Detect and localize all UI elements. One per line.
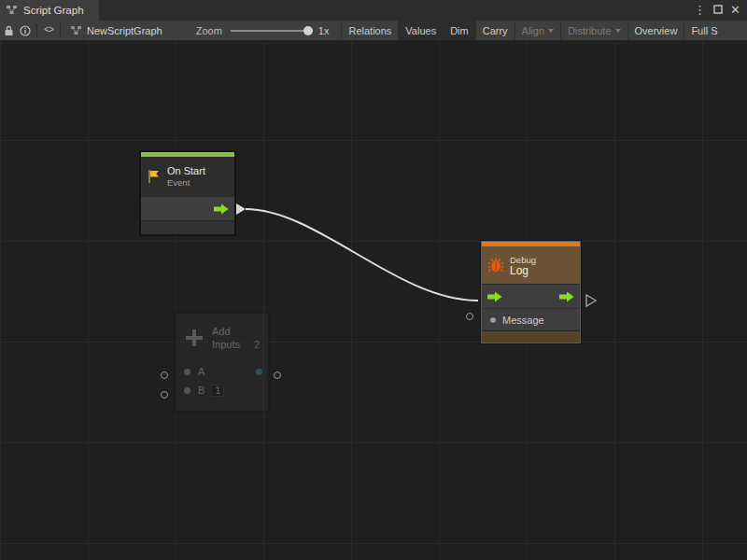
inputs-count[interactable]: 2 bbox=[254, 339, 260, 350]
node-title-line1: Add bbox=[212, 325, 260, 338]
plus-icon bbox=[184, 328, 204, 348]
value-port-dot[interactable] bbox=[184, 369, 190, 375]
zoom-slider-track bbox=[231, 30, 313, 32]
dim-button[interactable]: Dim bbox=[443, 21, 475, 40]
window-menu-button[interactable]: ⋮ bbox=[694, 0, 706, 21]
connection-start-arrow-icon[interactable] bbox=[236, 203, 246, 215]
info-icon bbox=[20, 25, 31, 36]
graph-name: NewScriptGraph bbox=[87, 25, 162, 36]
node-footer bbox=[482, 330, 580, 343]
zoom-slider-thumb[interactable] bbox=[303, 26, 313, 35]
values-button[interactable]: Values bbox=[398, 21, 443, 40]
lock-icon bbox=[4, 25, 14, 36]
fullscreen-button[interactable]: Full S bbox=[684, 21, 724, 40]
node-title: On Start bbox=[167, 165, 205, 177]
flow-input-port[interactable] bbox=[487, 291, 502, 302]
maximize-icon bbox=[713, 5, 723, 14]
relations-button[interactable]: Relations bbox=[341, 21, 398, 40]
value-port-dot[interactable] bbox=[490, 317, 496, 323]
message-port-label: Message bbox=[502, 315, 544, 326]
carry-button[interactable]: Carry bbox=[475, 21, 514, 40]
message-input-port-circle[interactable] bbox=[466, 313, 473, 320]
graph-canvas[interactable]: On Start Event bbox=[0, 41, 747, 560]
node-title: Log bbox=[510, 266, 536, 276]
connections-layer bbox=[0, 41, 747, 560]
toolbar: <> NewScriptGraph Zoom 1x Relations Valu… bbox=[0, 21, 747, 41]
align-button[interactable]: Align bbox=[514, 21, 560, 40]
output-port-dot[interactable] bbox=[256, 369, 262, 375]
overview-button[interactable]: Overview bbox=[627, 21, 684, 40]
info-button[interactable] bbox=[17, 21, 34, 40]
bug-icon bbox=[487, 257, 504, 273]
dropdown-caret-icon bbox=[615, 29, 621, 33]
zoom-label: Zoom bbox=[196, 25, 222, 36]
port-a-outer-circle[interactable] bbox=[161, 371, 168, 379]
zoom-value: 1x bbox=[318, 25, 330, 36]
code-view-button[interactable]: <> bbox=[40, 21, 57, 40]
lock-button[interactable] bbox=[0, 21, 17, 40]
script-graph-window: Script Graph ⋮ ✕ bbox=[0, 0, 747, 560]
flow-output-port[interactable] bbox=[214, 203, 229, 215]
node-subtitle: Event bbox=[167, 177, 205, 188]
node-add-inputs-ghost[interactable]: Add Inputs 2 A B 1 bbox=[176, 313, 269, 412]
tab-script-graph[interactable]: Script Graph bbox=[0, 0, 99, 21]
window-close-button[interactable]: ✕ bbox=[730, 0, 740, 21]
code-icon: <> bbox=[44, 25, 53, 35]
graph-asset-icon bbox=[71, 25, 82, 36]
node-title-line2: Inputs bbox=[212, 339, 240, 350]
unconnected-output-arrow-icon[interactable] bbox=[586, 295, 596, 306]
tab-title: Script Graph bbox=[23, 5, 84, 16]
node-footer bbox=[176, 399, 268, 411]
flag-icon bbox=[147, 169, 162, 184]
zoom-slider[interactable] bbox=[231, 21, 313, 41]
dropdown-caret-icon bbox=[548, 29, 554, 33]
graph-reference[interactable]: NewScriptGraph bbox=[71, 21, 162, 40]
titlebar: Script Graph ⋮ ✕ bbox=[0, 0, 747, 21]
value-port-dot[interactable] bbox=[184, 387, 190, 394]
toolbar-separator bbox=[60, 23, 61, 37]
output-outer-circle[interactable] bbox=[274, 371, 281, 379]
script-graph-icon bbox=[7, 5, 18, 16]
port-b-outer-circle[interactable] bbox=[161, 391, 168, 399]
port-a-label: A bbox=[198, 366, 204, 377]
connection-wire[interactable] bbox=[246, 209, 478, 301]
node-footer bbox=[141, 220, 234, 234]
flow-output-port[interactable] bbox=[559, 291, 574, 302]
distribute-button[interactable]: Distribute bbox=[560, 21, 627, 40]
node-debug-log[interactable]: Debug Log Message bbox=[481, 241, 581, 343]
port-b-value-field[interactable]: 1 bbox=[211, 385, 224, 397]
node-on-start[interactable]: On Start Event bbox=[140, 151, 235, 235]
port-b-label: B bbox=[198, 385, 204, 396]
toolbar-buttons: Relations Values Dim Carry Align Distrib… bbox=[341, 21, 724, 40]
window-maximize-button[interactable] bbox=[713, 0, 723, 21]
toolbar-separator bbox=[36, 23, 37, 37]
